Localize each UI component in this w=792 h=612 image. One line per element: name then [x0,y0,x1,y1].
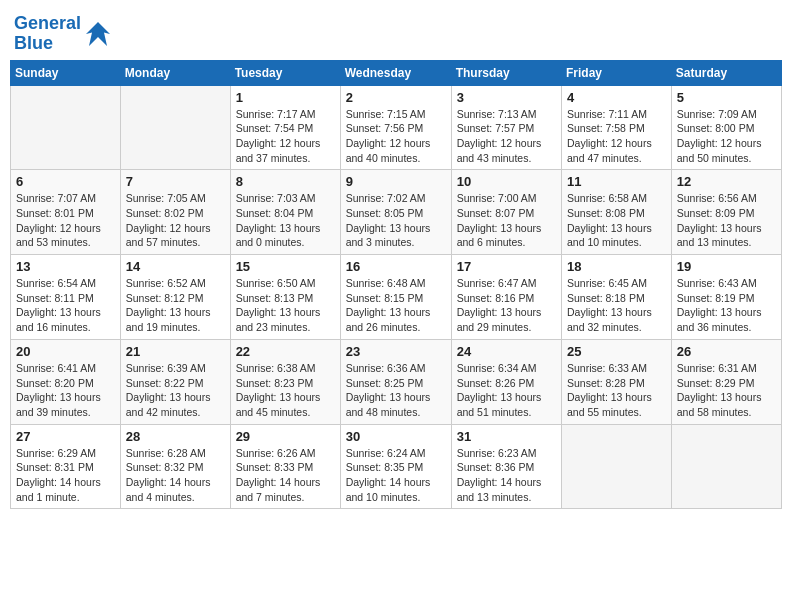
cell-text: Daylight: 13 hours and 42 minutes. [126,390,225,419]
calendar-cell [120,85,230,170]
day-header-friday: Friday [562,60,672,85]
cell-text: Daylight: 13 hours and 48 minutes. [346,390,446,419]
calendar-cell: 27Sunrise: 6:29 AMSunset: 8:31 PMDayligh… [11,424,121,509]
cell-text: Daylight: 12 hours and 57 minutes. [126,221,225,250]
cell-text: Sunrise: 6:23 AM [457,446,556,461]
calendar-cell: 13Sunrise: 6:54 AMSunset: 8:11 PMDayligh… [11,255,121,340]
day-number: 7 [126,174,225,189]
cell-text: Sunset: 8:28 PM [567,376,666,391]
calendar-cell: 10Sunrise: 7:00 AMSunset: 8:07 PMDayligh… [451,170,561,255]
calendar-cell: 4Sunrise: 7:11 AMSunset: 7:58 PMDaylight… [562,85,672,170]
calendar-week-row: 13Sunrise: 6:54 AMSunset: 8:11 PMDayligh… [11,255,782,340]
cell-text: Sunset: 8:32 PM [126,460,225,475]
calendar-cell: 6Sunrise: 7:07 AMSunset: 8:01 PMDaylight… [11,170,121,255]
cell-text: Sunset: 8:12 PM [126,291,225,306]
cell-text: Sunset: 7:56 PM [346,121,446,136]
cell-text: Sunrise: 6:39 AM [126,361,225,376]
cell-text: Sunrise: 6:45 AM [567,276,666,291]
cell-text: Sunrise: 7:02 AM [346,191,446,206]
cell-text: Sunset: 8:20 PM [16,376,115,391]
calendar-cell: 8Sunrise: 7:03 AMSunset: 8:04 PMDaylight… [230,170,340,255]
cell-text: Sunrise: 7:11 AM [567,107,666,122]
calendar-cell: 28Sunrise: 6:28 AMSunset: 8:32 PMDayligh… [120,424,230,509]
calendar-cell: 20Sunrise: 6:41 AMSunset: 8:20 PMDayligh… [11,339,121,424]
day-header-tuesday: Tuesday [230,60,340,85]
cell-text: Daylight: 13 hours and 23 minutes. [236,305,335,334]
cell-text: Daylight: 12 hours and 47 minutes. [567,136,666,165]
day-number: 11 [567,174,666,189]
calendar-cell: 16Sunrise: 6:48 AMSunset: 8:15 PMDayligh… [340,255,451,340]
day-number: 14 [126,259,225,274]
cell-text: Sunset: 8:11 PM [16,291,115,306]
day-number: 13 [16,259,115,274]
calendar-cell: 21Sunrise: 6:39 AMSunset: 8:22 PMDayligh… [120,339,230,424]
cell-text: Sunrise: 6:24 AM [346,446,446,461]
cell-text: Sunset: 8:18 PM [567,291,666,306]
day-number: 29 [236,429,335,444]
cell-text: Sunrise: 6:38 AM [236,361,335,376]
cell-text: Daylight: 13 hours and 39 minutes. [16,390,115,419]
day-number: 25 [567,344,666,359]
cell-text: Sunrise: 7:13 AM [457,107,556,122]
day-number: 31 [457,429,556,444]
day-number: 10 [457,174,556,189]
cell-text: Sunset: 8:29 PM [677,376,776,391]
cell-text: Sunset: 8:09 PM [677,206,776,221]
logo: General Blue [14,14,113,54]
cell-text: Sunset: 8:19 PM [677,291,776,306]
cell-text: Sunset: 8:25 PM [346,376,446,391]
cell-text: Sunrise: 6:29 AM [16,446,115,461]
cell-text: Daylight: 13 hours and 10 minutes. [567,221,666,250]
cell-text: Daylight: 13 hours and 32 minutes. [567,305,666,334]
cell-text: Sunrise: 7:05 AM [126,191,225,206]
cell-text: Sunset: 8:01 PM [16,206,115,221]
calendar-cell: 5Sunrise: 7:09 AMSunset: 8:00 PMDaylight… [671,85,781,170]
cell-text: Daylight: 13 hours and 0 minutes. [236,221,335,250]
calendar-cell: 14Sunrise: 6:52 AMSunset: 8:12 PMDayligh… [120,255,230,340]
cell-text: Daylight: 14 hours and 7 minutes. [236,475,335,504]
cell-text: Sunset: 8:00 PM [677,121,776,136]
calendar-cell: 11Sunrise: 6:58 AMSunset: 8:08 PMDayligh… [562,170,672,255]
day-number: 8 [236,174,335,189]
day-header-monday: Monday [120,60,230,85]
calendar-cell: 31Sunrise: 6:23 AMSunset: 8:36 PMDayligh… [451,424,561,509]
cell-text: Sunrise: 7:09 AM [677,107,776,122]
calendar-cell: 24Sunrise: 6:34 AMSunset: 8:26 PMDayligh… [451,339,561,424]
cell-text: Daylight: 13 hours and 55 minutes. [567,390,666,419]
calendar-week-row: 6Sunrise: 7:07 AMSunset: 8:01 PMDaylight… [11,170,782,255]
cell-text: Daylight: 12 hours and 43 minutes. [457,136,556,165]
cell-text: Daylight: 12 hours and 50 minutes. [677,136,776,165]
cell-text: Sunrise: 6:34 AM [457,361,556,376]
cell-text: Daylight: 13 hours and 51 minutes. [457,390,556,419]
day-number: 19 [677,259,776,274]
cell-text: Sunrise: 7:03 AM [236,191,335,206]
cell-text: Sunset: 8:31 PM [16,460,115,475]
cell-text: Sunrise: 6:50 AM [236,276,335,291]
day-number: 26 [677,344,776,359]
calendar-cell: 26Sunrise: 6:31 AMSunset: 8:29 PMDayligh… [671,339,781,424]
cell-text: Daylight: 12 hours and 37 minutes. [236,136,335,165]
calendar-header-row: SundayMondayTuesdayWednesdayThursdayFrid… [11,60,782,85]
cell-text: Sunrise: 6:56 AM [677,191,776,206]
calendar-cell: 30Sunrise: 6:24 AMSunset: 8:35 PMDayligh… [340,424,451,509]
day-number: 2 [346,90,446,105]
cell-text: Sunrise: 7:07 AM [16,191,115,206]
day-number: 30 [346,429,446,444]
calendar-cell [562,424,672,509]
cell-text: Sunset: 8:26 PM [457,376,556,391]
calendar-cell: 18Sunrise: 6:45 AMSunset: 8:18 PMDayligh… [562,255,672,340]
cell-text: Daylight: 13 hours and 19 minutes. [126,305,225,334]
calendar-cell: 2Sunrise: 7:15 AMSunset: 7:56 PMDaylight… [340,85,451,170]
day-number: 12 [677,174,776,189]
page-header: General Blue [10,10,782,54]
cell-text: Daylight: 13 hours and 16 minutes. [16,305,115,334]
cell-text: Sunset: 7:58 PM [567,121,666,136]
day-number: 1 [236,90,335,105]
calendar-week-row: 27Sunrise: 6:29 AMSunset: 8:31 PMDayligh… [11,424,782,509]
day-number: 16 [346,259,446,274]
cell-text: Sunrise: 6:41 AM [16,361,115,376]
calendar-cell: 7Sunrise: 7:05 AMSunset: 8:02 PMDaylight… [120,170,230,255]
cell-text: Daylight: 14 hours and 13 minutes. [457,475,556,504]
calendar-cell: 29Sunrise: 6:26 AMSunset: 8:33 PMDayligh… [230,424,340,509]
cell-text: Sunrise: 6:48 AM [346,276,446,291]
